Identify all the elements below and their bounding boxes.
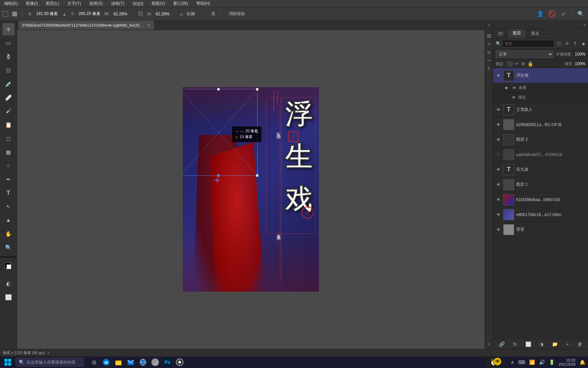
hand-tool[interactable]: ✋: [2, 228, 15, 240]
tab-channels[interactable]: 通道: [526, 29, 544, 38]
menu-item-edit[interactable]: 编辑(E): [3, 0, 19, 7]
layer-item-layer2[interactable]: 👁 图层 2: [493, 132, 588, 147]
layer-stroke-vis[interactable]: 👁: [511, 95, 516, 100]
puppet-warp-icon[interactable]: 👤: [536, 10, 545, 18]
layer-vis-bg[interactable]: 👁: [496, 227, 501, 232]
layer-item-fu-sheng-xi[interactable]: 👁 T 浮生戏: [493, 68, 588, 83]
foreground-color[interactable]: [2, 260, 15, 273]
photoshop-icon[interactable]: Ps: [163, 357, 172, 367]
filter-adjust-icon[interactable]: ⚙: [564, 40, 570, 47]
document-tab[interactable]: 37fd563ca57220566fbeb6e871127b0fe1137c09…: [18, 20, 154, 30]
layer-vis-b295d[interactable]: 👁: [496, 122, 501, 127]
text-tool[interactable]: T: [2, 187, 15, 199]
layer-vis-e80617[interactable]: 👁: [496, 212, 501, 217]
menu-item-3d[interactable]: 3D(D): [131, 1, 145, 7]
no-icon[interactable]: 🚫: [548, 10, 556, 18]
layer-item-aa64d[interactable]: 👁 aa64d8cde57...-PSWK16: [493, 147, 588, 162]
layer-item-bg[interactable]: 👁 背景: [493, 222, 588, 237]
path-select-tool[interactable]: ↖: [2, 200, 15, 213]
layer-item-e80617[interactable]: 👁 e80617ddc18...a17-Gbm: [493, 207, 588, 222]
layer-vis-layer1[interactable]: 👁: [496, 182, 501, 187]
menu-item-text[interactable]: 文字(Y): [66, 0, 82, 7]
layer-vis-aa64d[interactable]: 👁: [496, 152, 501, 157]
notification-icon[interactable]: 🔔: [579, 359, 585, 365]
zoom-tool[interactable]: 🔍: [2, 241, 15, 254]
shape-tool[interactable]: ▲: [2, 214, 15, 226]
panel-icon-4[interactable]: ✂: [486, 57, 492, 64]
pen-tool[interactable]: ✒: [2, 173, 15, 185]
lock-pixels-icon[interactable]: ⬛: [507, 61, 513, 66]
menu-item-select[interactable]: 选择(S): [88, 0, 104, 7]
filter-pixel-icon[interactable]: ⬛: [555, 40, 562, 47]
gradient-tool[interactable]: ▦: [2, 146, 15, 158]
delete-layer-icon[interactable]: 🗑: [576, 341, 584, 348]
blend-mode-select[interactable]: 正常: [496, 50, 553, 58]
menu-item-window[interactable]: 窗口(W): [172, 0, 189, 7]
screen-mode-tool[interactable]: ⬜: [2, 291, 15, 303]
add-adjustment-icon[interactable]: ◑: [538, 341, 545, 348]
add-mask-icon[interactable]: ⬜: [524, 341, 533, 348]
brush-tool[interactable]: 🖌: [2, 105, 15, 117]
layer-effects-vis[interactable]: 👁: [511, 85, 517, 91]
keyboard-icon[interactable]: ⌨: [518, 359, 525, 365]
panel-icon-3[interactable]: ⊞: [486, 49, 492, 56]
panel-icon-1[interactable]: 🖼: [486, 33, 492, 40]
collapse-toggle-icon[interactable]: «: [486, 22, 492, 29]
taskview-icon[interactable]: ⊞: [89, 357, 99, 367]
tab-layers[interactable]: 图层: [508, 29, 526, 38]
volume-icon[interactable]: 🔊: [539, 359, 545, 365]
confirm-icon[interactable]: ✓: [559, 10, 568, 18]
layer-item-an-jiu-ling[interactable]: 👁 T 安九凌: [493, 162, 588, 177]
layer-visibility-fu-sheng-xi[interactable]: 👁: [496, 73, 501, 78]
link-proportions-icon[interactable]: ⛓: [138, 11, 143, 17]
layers-list[interactable]: 👁 T 浮生戏 ▶ 👁 效果 👁 描边 👁 T 之觉: [493, 68, 588, 339]
filter-shape-icon[interactable]: ◆: [580, 40, 587, 47]
edge-icon[interactable]: [101, 357, 111, 367]
layer-item-layer1[interactable]: 👁 图层 1: [493, 177, 588, 192]
layer-effects-header[interactable]: ▶ 👁 效果: [493, 83, 588, 93]
layer-search-input[interactable]: [502, 40, 554, 47]
layer-vis-layer2[interactable]: 👁: [496, 137, 501, 142]
clock-display[interactable]: 19:32 2021/3/28: [559, 358, 575, 366]
stamp-tool[interactable]: 📋: [2, 119, 15, 131]
circle-icon[interactable]: [150, 357, 160, 367]
tab-close-button[interactable]: ×: [147, 22, 151, 28]
canvas-scroll[interactable]: 浮 生 戏 安九凌 之觉故人 圆 印: [17, 30, 485, 349]
panel-icon-6[interactable]: ≡: [486, 341, 492, 348]
lock-position-icon[interactable]: ✏: [515, 61, 519, 66]
toolbar-rect-outline[interactable]: [3, 11, 8, 17]
obs-icon[interactable]: [175, 357, 184, 367]
toolbar-rect-filled[interactable]: [12, 12, 17, 16]
quick-mask-tool[interactable]: ◐: [2, 277, 15, 290]
add-layer-icon[interactable]: +: [565, 341, 570, 348]
menu-item-layer[interactable]: 图层(L): [45, 0, 61, 7]
lasso-tool[interactable]: 🪢: [2, 50, 15, 63]
system-tray-up-icon[interactable]: ∧: [511, 359, 514, 365]
add-group-icon[interactable]: 📁: [551, 341, 559, 348]
network-icon[interactable]: 📶: [529, 359, 535, 365]
filter-text-icon[interactable]: T: [572, 40, 578, 47]
lock-all-icon[interactable]: 🔒: [527, 61, 533, 66]
menu-item-help[interactable]: 帮助(H): [195, 0, 212, 7]
search-icon[interactable]: 🔍: [576, 10, 585, 18]
menu-item-view[interactable]: 视图(V): [150, 0, 166, 7]
layer-stroke-effect[interactable]: 👁 描边: [493, 93, 588, 102]
selection-tool[interactable]: ▭: [2, 37, 15, 49]
start-button[interactable]: [3, 357, 13, 367]
battery-icon[interactable]: 🔋: [549, 359, 555, 365]
browser-icon[interactable]: [138, 357, 148, 367]
taskbar-search[interactable]: 🔍 在这里输入你要搜索的内容: [16, 358, 84, 367]
move-tool[interactable]: ✛: [2, 23, 15, 35]
heal-tool[interactable]: 🩹: [2, 91, 15, 104]
file-explorer-icon[interactable]: [114, 357, 123, 367]
layer-item-b295d[interactable]: 👁 b295d05811a...f51-OFJ6: [493, 117, 588, 132]
layer-vis-an-jiu-ling[interactable]: 👁: [496, 167, 501, 172]
panel-icon-5[interactable]: ¶: [486, 65, 492, 72]
add-fx-icon[interactable]: fx: [512, 341, 518, 348]
status-arrow[interactable]: >: [48, 351, 50, 355]
link-layers-icon[interactable]: 🔗: [497, 341, 506, 348]
lock-artboard-icon[interactable]: ⚙: [521, 61, 525, 66]
menu-item-filter[interactable]: 滤镜(T): [110, 0, 126, 7]
eyedropper-tool[interactable]: 💉: [2, 78, 15, 90]
layer-vis-61bf[interactable]: 👁: [496, 197, 501, 202]
